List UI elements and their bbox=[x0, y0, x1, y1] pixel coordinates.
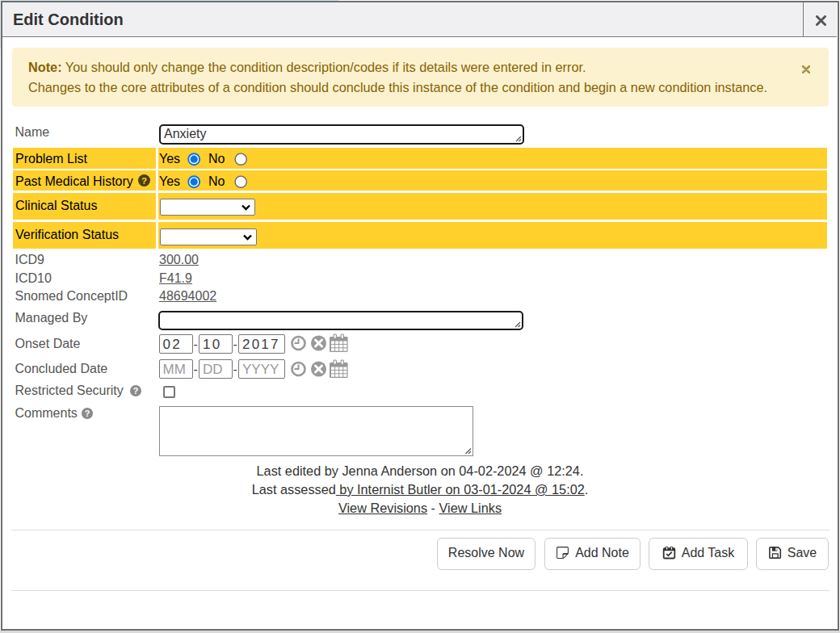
svg-text:?: ? bbox=[132, 386, 138, 396]
svg-text:?: ? bbox=[141, 176, 146, 186]
svg-text:?: ? bbox=[85, 409, 90, 418]
